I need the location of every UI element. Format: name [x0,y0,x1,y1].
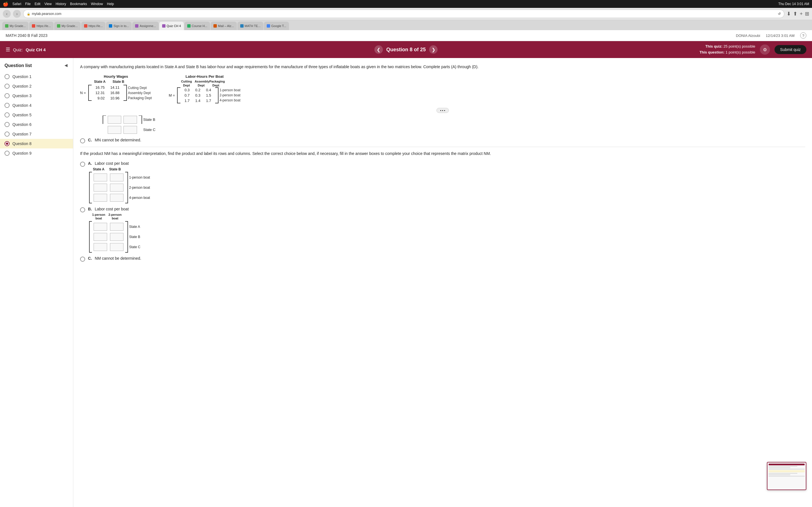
sidebar-item-q9[interactable]: Question 9 [0,149,73,158]
option-a-input-r3c1[interactable] [94,194,107,202]
tab-https-4[interactable]: https://le... [81,22,106,30]
option-a-input-r2c2[interactable] [110,184,123,191]
partial-label-state-c: State C [143,128,155,132]
partial-input-2[interactable] [123,116,137,124]
radio-c-nm[interactable] [80,257,85,262]
radio-c-mn[interactable] [80,138,85,144]
matrix-n-table: N = 16.75 14.11 12.31 16.88 [80,85,152,101]
option-b-input-r1c2[interactable] [110,223,123,231]
next-question-button[interactable]: ❯ [429,45,438,54]
menu-file[interactable]: File [25,2,31,6]
sidebar-radio-q8 [4,141,10,146]
reload-icon[interactable]: ↺ [778,12,781,16]
forward-button[interactable]: › [13,10,21,18]
partial-input-1[interactable] [108,116,121,124]
m-r3c3: 1.7 [203,98,214,103]
username: DONIA Alzoubi [736,34,760,38]
sidebar-radio-q9 [4,151,10,156]
back-button[interactable]: ‹ [3,10,11,18]
settings-button[interactable]: ⚙ [760,45,770,55]
option-b-input-r3c1[interactable] [94,243,107,251]
partial-input-3[interactable] [108,126,121,134]
tab-mail[interactable]: Mail – Alz... [211,22,237,30]
m-label-4person: 4-person boat [220,98,241,102]
grid-icon[interactable]: ⊞ [805,11,809,17]
matrix-m-col-packaging: PackagingDept [209,80,222,87]
tab-course-h[interactable]: Course H... [185,22,210,30]
option-a-input-r3c2[interactable] [110,194,123,202]
tab-assignment[interactable]: Assignme... [132,22,158,30]
n-label-packaging: Packaging Dept [128,96,152,100]
option-a-input-r1c2[interactable] [110,173,123,181]
sidebar-item-q4[interactable]: Question 4 [0,101,73,110]
partial-bracket-left [103,115,106,124]
tab-favicon-10 [240,24,244,27]
sidebar-radio-q5 [4,112,10,117]
tab-https-2[interactable]: https://le... [29,22,54,30]
option-b-input-r2c1[interactable] [94,233,107,241]
menu-edit[interactable]: Edit [35,2,41,6]
matrix-n-row-labels: Cutting Dept Assembly Dept Packaging Dep… [128,86,152,101]
tab-my-grade-1[interactable]: My Grade... [2,22,29,30]
option-c-mn: C. MN cannot be determined. [80,138,805,144]
option-b-input-r3c2[interactable] [110,243,123,251]
preview-line-4 [769,473,797,474]
m-label-1person: 1-person boat [220,88,241,92]
menu-help[interactable]: Help [107,2,114,6]
preview-line-5 [769,474,790,475]
menu-bookmarks[interactable]: Bookmarks [70,2,87,6]
preview-inner [767,462,806,490]
sidebar-item-q7[interactable]: Question 7 [0,129,73,139]
sidebar-item-q1[interactable]: Question 1 [0,72,73,81]
user-info: DONIA Alzoubi 12/14/23 3:01 AM ? [736,33,806,39]
tab-favicon-5 [109,24,112,27]
sidebar-title: Question list [4,63,32,68]
m-r2c3: 1.5 [203,93,214,98]
download-icon[interactable]: ⬇ [786,11,791,17]
sidebar-item-q5[interactable]: Question 5 [0,110,73,120]
option-a-input-r1c1[interactable] [94,173,107,181]
lock-icon: 🔒 [27,12,30,15]
option-b-input-r1c1[interactable] [94,223,107,231]
menu-safari[interactable]: Safari [12,2,21,6]
tab-sign-in[interactable]: Sign in to... [106,22,132,30]
menu-window[interactable]: Window [91,2,103,6]
share-icon[interactable]: ⬆ [793,11,797,17]
matrix-m-row-labels: 1-person boat 2-person boat 4-person boa… [220,88,241,103]
radio-a-nm[interactable] [80,162,85,167]
partial-answer-above: State B State C [103,115,805,134]
expand-button[interactable]: • • • [437,108,449,113]
tab-quiz-ch4[interactable]: Quiz CH 4 [159,22,184,30]
hamburger-icon[interactable]: ☰ [6,47,10,53]
matrix-m-bracket-left [177,87,181,103]
matrix-n-block: Hourly Wages State A State B N = 16.75 [80,74,152,101]
m-r1c1: 0.3 [182,87,192,93]
tab-google-t[interactable]: Google T... [264,22,289,30]
new-tab-icon[interactable]: + [800,11,803,17]
submit-quiz-button[interactable]: Submit quiz [774,45,806,54]
option-b-input-r2c2[interactable] [110,233,123,241]
option-b-title: Labor cost per boat [95,207,129,211]
option-a-input-r2c1[interactable] [94,184,107,191]
sidebar-item-q6[interactable]: Question 6 [0,120,73,129]
sidebar-item-q3[interactable]: Question 3 [0,91,73,101]
menu-history[interactable]: History [56,2,66,6]
help-icon[interactable]: ? [800,33,806,39]
option-a-row-1: 1-person boat [129,175,150,179]
option-a-inputs [93,172,124,203]
matrix-n-bracket-right [123,85,127,101]
sidebar-item-q8[interactable]: Question 8 [0,139,73,149]
tab-math-te[interactable]: MATH TE... [238,22,263,30]
menu-view[interactable]: View [44,2,52,6]
prev-question-button[interactable]: ❮ [374,45,383,54]
partial-inputs [107,115,138,124]
sidebar-item-q2[interactable]: Question 2 [0,81,73,91]
radio-b-nm[interactable] [80,207,85,212]
partial-input-4[interactable] [123,126,137,134]
address-bar[interactable]: 🔒 mylab.pearson.com ↺ [23,10,784,18]
tab-my-grade-3[interactable]: My Grade... [54,22,80,30]
option-c-mn-label: C. [88,138,92,142]
collapse-sidebar-button[interactable]: ◄ [63,62,68,68]
main-layout: Question list ◄ Question 1 Question 2 Qu… [0,58,812,507]
matrix-m-bracket-right [215,87,218,103]
